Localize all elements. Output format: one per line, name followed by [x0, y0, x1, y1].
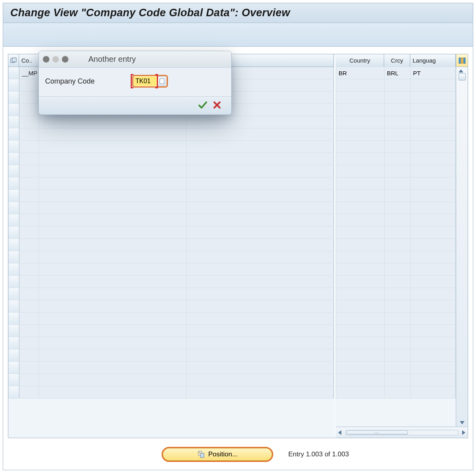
table-row[interactable]: [336, 374, 456, 386]
table-row[interactable]: [336, 263, 456, 276]
table-row[interactable]: [8, 238, 334, 251]
row-selector[interactable]: [9, 214, 19, 226]
table-row[interactable]: BRBRLPT: [336, 67, 456, 79]
hscroll-track[interactable]: •••: [345, 430, 458, 435]
row-selector[interactable]: [9, 190, 19, 202]
row-selector[interactable]: [9, 386, 19, 398]
hscroll-thumb[interactable]: •••: [347, 431, 408, 435]
scroll-up-icon[interactable]: [459, 69, 463, 72]
company-code-input[interactable]: [134, 76, 157, 86]
table-row[interactable]: [8, 361, 334, 374]
select-all-button[interactable]: [8, 54, 19, 67]
cell-language[interactable]: PT: [411, 67, 455, 79]
scroll-right-icon[interactable]: [462, 430, 465, 435]
table-row[interactable]: [336, 251, 456, 263]
table-row[interactable]: [336, 116, 456, 128]
row-selector[interactable]: [9, 300, 19, 312]
row-selector[interactable]: [9, 313, 19, 324]
row-selector[interactable]: [9, 263, 19, 275]
row-selector[interactable]: [9, 67, 19, 79]
table-row[interactable]: [336, 79, 456, 92]
table-row[interactable]: [8, 165, 334, 177]
close-window-icon[interactable]: [43, 56, 50, 63]
row-selector[interactable]: [9, 165, 19, 177]
table-row[interactable]: [336, 128, 456, 141]
minimize-window-icon[interactable]: [52, 56, 59, 63]
table-row[interactable]: [8, 386, 334, 399]
column-header-currency[interactable]: Crcy: [384, 54, 410, 67]
table-row[interactable]: [8, 140, 334, 153]
column-header-country[interactable]: Country: [336, 54, 384, 67]
cell-company-code[interactable]: __MP: [19, 67, 39, 79]
row-selector[interactable]: [9, 177, 19, 189]
cancel-button[interactable]: [212, 100, 222, 111]
column-header-company-code[interactable]: Co..: [19, 54, 39, 67]
table-row[interactable]: [8, 263, 334, 276]
table-row[interactable]: [8, 374, 334, 386]
table-row[interactable]: [8, 177, 334, 190]
cell-country[interactable]: BR: [336, 67, 385, 79]
table-row[interactable]: [336, 91, 456, 104]
scroll-thumb[interactable]: [459, 73, 466, 80]
table-row[interactable]: [336, 361, 456, 374]
row-selector[interactable]: [9, 104, 19, 116]
scroll-down-icon[interactable]: [460, 421, 465, 424]
row-selector[interactable]: [9, 288, 19, 300]
table-row[interactable]: [8, 226, 334, 239]
row-selector[interactable]: [9, 362, 19, 374]
table-row[interactable]: [336, 238, 456, 251]
table-row[interactable]: [8, 153, 334, 165]
table-row[interactable]: [336, 103, 456, 116]
maximize-window-icon[interactable]: [62, 56, 69, 63]
row-selector[interactable]: [9, 227, 19, 238]
row-selector[interactable]: [9, 349, 19, 361]
table-row[interactable]: [336, 153, 456, 165]
row-selector[interactable]: [9, 79, 19, 91]
table-row[interactable]: [336, 349, 456, 362]
row-selector[interactable]: [9, 251, 19, 263]
table-row[interactable]: [8, 300, 334, 313]
value-help-button[interactable]: [158, 76, 166, 86]
confirm-button[interactable]: [198, 100, 208, 111]
table-row[interactable]: [8, 312, 334, 325]
row-selector[interactable]: [9, 239, 19, 251]
row-selector[interactable]: [9, 92, 19, 103]
table-row[interactable]: [336, 312, 456, 325]
table-row[interactable]: [336, 189, 456, 202]
table-row[interactable]: [336, 202, 456, 214]
table-row[interactable]: [336, 386, 456, 399]
column-header-language[interactable]: Languag: [410, 54, 456, 67]
horizontal-scrollbar[interactable]: •••: [336, 427, 468, 438]
row-selector[interactable]: [9, 116, 19, 128]
row-selector[interactable]: [9, 374, 19, 386]
position-button[interactable]: Position...: [162, 447, 273, 462]
cell-currency[interactable]: BRL: [385, 67, 411, 79]
table-row[interactable]: [8, 214, 334, 227]
row-selector[interactable]: [9, 141, 19, 153]
table-row[interactable]: [8, 189, 334, 202]
row-selector[interactable]: [9, 325, 19, 337]
table-row[interactable]: [8, 349, 334, 362]
table-row[interactable]: [336, 140, 456, 153]
table-row[interactable]: [8, 337, 334, 349]
row-selector[interactable]: [9, 337, 19, 349]
table-row[interactable]: [8, 288, 334, 300]
table-row[interactable]: [8, 116, 334, 128]
row-selector[interactable]: [9, 202, 19, 214]
table-row[interactable]: [8, 275, 334, 288]
table-row[interactable]: [336, 337, 456, 349]
row-selector[interactable]: [9, 276, 19, 288]
vertical-scrollbar[interactable]: [456, 67, 468, 427]
table-row[interactable]: [336, 214, 456, 227]
row-selector[interactable]: [9, 153, 19, 165]
dialog-title-bar[interactable]: Another entry: [39, 51, 231, 68]
table-row[interactable]: [336, 300, 456, 313]
table-row[interactable]: [336, 275, 456, 288]
table-row[interactable]: [8, 128, 334, 141]
table-row[interactable]: [336, 288, 456, 300]
table-row[interactable]: [8, 324, 334, 337]
table-row[interactable]: [336, 165, 456, 177]
row-selector[interactable]: [9, 128, 19, 140]
table-row[interactable]: [336, 226, 456, 239]
table-settings-button[interactable]: [456, 54, 468, 67]
